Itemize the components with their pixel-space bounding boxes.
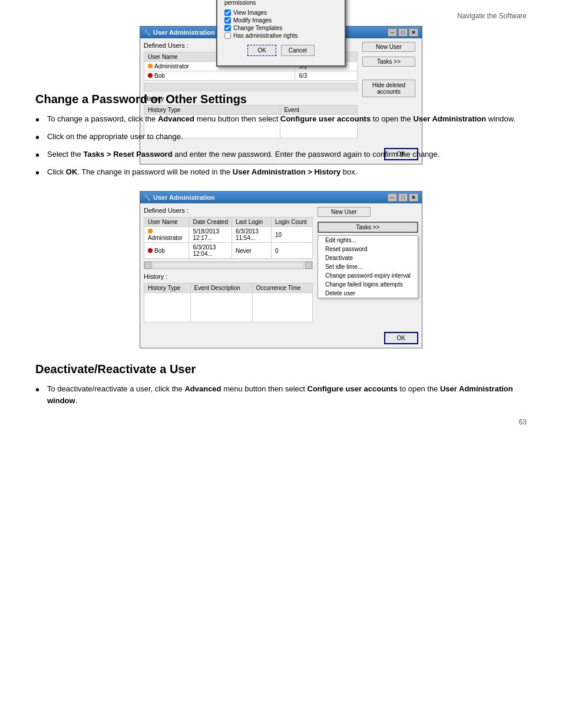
last-login-cell: Never [232, 243, 271, 259]
window-controls-2: ─ □ ✕ [388, 193, 418, 202]
user-admin-window-2: 🔧 User Administration ─ □ ✕ Defined User… [140, 191, 422, 348]
hide-deleted-button[interactable]: Hide deleted accounts [362, 80, 415, 97]
user-status-dot [148, 73, 153, 78]
bullet-icon: • [35, 166, 44, 179]
section2-heading: Deactivate/Reactivate a User [35, 363, 527, 376]
user-date-cell: 6/3 [295, 71, 358, 81]
table-row[interactable]: Bob 6/3/2013 12:04... Never 0 [144, 243, 313, 259]
history-event-header: Event Description [190, 284, 252, 293]
minimize-button-1[interactable]: ─ [388, 28, 397, 37]
app-icon-2: 🔧 [144, 195, 151, 201]
left-panel-2: Defined Users : User Name Date Created L… [144, 207, 313, 322]
permission-view-images: View Images [224, 9, 338, 16]
permission-modify-images: Modify Images [224, 17, 338, 24]
right-panel-2: New User Tasks >> Edit rights... Reset p… [318, 207, 418, 298]
scroll-right[interactable] [305, 262, 312, 269]
history-table-2: History Type Event Description Occurrenc… [144, 283, 313, 322]
ok-button-2[interactable]: OK [384, 332, 418, 344]
col-username: User Name [144, 218, 189, 227]
scroll-track[interactable] [153, 262, 304, 268]
modify-images-label: Modify Images [233, 17, 272, 24]
history-row [144, 293, 313, 322]
permissions-description: Select from the list below the appropria… [224, 0, 338, 6]
admin-rights-label: Has administrative rights [233, 32, 297, 39]
tasks-dropdown-menu: Edit rights... Reset password Deactivate… [318, 235, 418, 298]
dropdown-deactivate[interactable]: Deactivate [318, 253, 418, 262]
view-images-checkbox[interactable] [224, 9, 231, 16]
tasks-button-1[interactable]: Tasks >> [362, 57, 415, 67]
col-last-login: Last Login [232, 218, 271, 227]
minimize-button-2[interactable]: ─ [388, 193, 397, 202]
history-label-2: History : [144, 273, 313, 280]
dropdown-delete-user[interactable]: Delete user [318, 289, 418, 298]
change-templates-checkbox[interactable] [224, 25, 231, 31]
admin-rights-checkbox[interactable] [224, 32, 231, 39]
modal-ok-button[interactable]: OK [247, 45, 276, 56]
user-admin-titlebar-2: 🔧 User Administration ─ □ ✕ [140, 192, 422, 203]
dropdown-set-idle-time[interactable]: Set idle time... [318, 262, 418, 271]
table-row[interactable]: Bob 6/3 [144, 71, 358, 81]
window-title-2: User Administration [153, 194, 215, 201]
horizontal-scrollbar-1[interactable] [144, 83, 358, 91]
dropdown-reset-password[interactable]: Reset password [318, 245, 418, 253]
window-title-1: User Administration [153, 29, 215, 36]
close-button-2[interactable]: ✕ [409, 193, 418, 202]
user-name-cell: Administrator [144, 227, 189, 243]
tasks-button-2[interactable]: Tasks >> [318, 222, 418, 233]
section1-bullets: • To change a password, click the Advanc… [35, 113, 527, 179]
maximize-button-2[interactable]: □ [398, 193, 408, 202]
date-created-cell: 6/3/2013 12:04... [189, 243, 232, 259]
bullet-icon: • [35, 131, 44, 144]
new-user-button-2[interactable]: New User [318, 207, 371, 217]
user-name-cell: Bob [144, 71, 295, 81]
dropdown-edit-rights[interactable]: Edit rights... [318, 236, 418, 245]
col-login-count: Login Count [271, 218, 312, 227]
history-time-header: Occurrence Time [252, 284, 312, 293]
screenshot2-container: 🔧 User Administration ─ □ ✕ Defined User… [140, 191, 422, 348]
window-controls-1: ─ □ ✕ [388, 28, 418, 37]
user-status-dot [148, 248, 153, 253]
dropdown-change-failed-logins[interactable]: Change failed logins attempts [318, 280, 418, 289]
defined-users-label-2: Defined Users : [144, 207, 313, 214]
close-button-1[interactable]: ✕ [409, 28, 418, 37]
permission-change-templates: Change Templates [224, 25, 338, 31]
bullet-text: Select the Tasks > Reset Password and en… [47, 149, 527, 160]
bullet-text: Click OK. The change in password will be… [47, 166, 527, 178]
permissions-content: Select from the list below the appropria… [217, 0, 345, 65]
list-item: • To deactivate/reactivate a user, click… [35, 383, 527, 406]
ok-row-2: OK [140, 326, 422, 348]
scroll-left[interactable] [144, 262, 151, 269]
modal-overlay-1: Define user permissions ✕ Select from th… [216, 0, 346, 67]
bullet-text: Click on the appropriate user to change. [47, 131, 527, 143]
user-status-dot [148, 229, 153, 233]
login-count-cell: 10 [271, 227, 312, 243]
section2-bullets: • To deactivate/reactivate a user, click… [35, 383, 527, 406]
table-row[interactable]: Administrator 5/18/2013 12:17... 6/3/201… [144, 227, 313, 243]
users-table-2: User Name Date Created Last Login Login … [144, 217, 313, 259]
user-status-dot [148, 64, 153, 68]
dropdown-change-password-expiry[interactable]: Change password expiry interval [318, 271, 418, 280]
modify-images-checkbox[interactable] [224, 17, 231, 24]
permission-admin-rights: Has administrative rights [224, 32, 338, 39]
modal-cancel-button[interactable]: Cancel [281, 45, 315, 56]
history-type-header: History Type [144, 284, 191, 293]
app-icon-1: 🔧 [144, 29, 151, 36]
list-item: • Click OK. The change in password will … [35, 166, 527, 179]
bullet-text: To change a password, click the Advanced… [47, 113, 527, 125]
history-section-2: History : History Type Event Description… [144, 273, 313, 322]
bullet-text: To deactivate/reactivate a user, click t… [47, 383, 527, 406]
modal-buttons: OK Cancel [224, 45, 338, 61]
horizontal-scrollbar-2[interactable] [144, 261, 313, 269]
new-user-button-1[interactable]: New User [362, 42, 415, 52]
maximize-button-1[interactable]: □ [398, 28, 408, 37]
list-item: • Click on the appropriate user to chang… [35, 131, 527, 144]
change-templates-label: Change Templates [233, 25, 282, 31]
window-content-2: Defined Users : User Name Date Created L… [140, 203, 422, 326]
permissions-dialog: Define user permissions ✕ Select from th… [216, 0, 346, 67]
bullet-icon: • [35, 383, 44, 396]
bullet-icon: • [35, 149, 44, 162]
user-name-cell: Bob [144, 243, 189, 259]
page-number: 63 [35, 418, 527, 426]
section2-title: Deactivate/Reactivate a User [35, 363, 527, 376]
screenshot1-container: 🔧 User Administration ─ □ ✕ Defined User… [140, 26, 422, 78]
